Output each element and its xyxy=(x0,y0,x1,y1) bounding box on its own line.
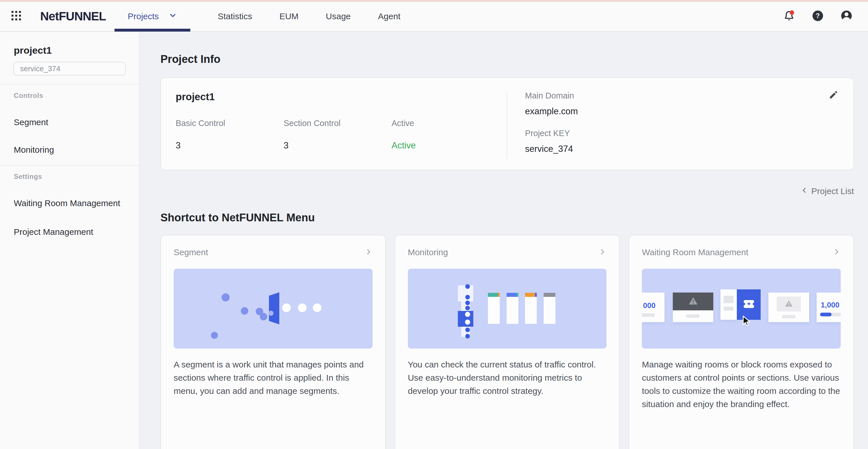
account-button[interactable] xyxy=(840,10,852,22)
monitor-bar xyxy=(544,293,555,324)
detail-project-key: Project KEY service_374 xyxy=(525,129,854,154)
sidebar-project-name: project1 xyxy=(14,45,139,56)
block-room-thumb xyxy=(673,293,713,322)
project-key-field[interactable]: service_374 xyxy=(13,62,126,76)
stat-label: Active xyxy=(392,119,499,128)
sidebar-item-waiting-room[interactable]: Waiting Room Management xyxy=(14,198,139,208)
main-content: Project Info project1 Basic Control 3 Se… xyxy=(141,32,868,449)
tab-eum[interactable]: EUM xyxy=(279,11,299,21)
sidebar-divider xyxy=(0,165,139,166)
stat-label: Section Control xyxy=(284,119,392,128)
bell-icon xyxy=(783,10,795,23)
main-nav: Projects Statistics EUM Usage Agent xyxy=(115,2,400,31)
help-button[interactable]: ? xyxy=(812,10,824,22)
sidebar-item-monitoring[interactable]: Monitoring xyxy=(14,145,139,155)
stat-value: 3 xyxy=(176,140,284,151)
edit-project-button[interactable] xyxy=(828,90,839,101)
detail-label: Main Domain xyxy=(525,91,854,100)
stat-value: 3 xyxy=(284,140,392,151)
shortcut-card-waiting-room[interactable]: Waiting Room Management 000 xyxy=(629,235,854,449)
monitor-bar xyxy=(507,293,518,324)
project-key-value: service_374 xyxy=(20,64,60,73)
detail-value: service_374 xyxy=(525,144,854,154)
project-list-row: Project List xyxy=(160,186,854,196)
project-details: Main Domain example.com Project KEY serv… xyxy=(507,78,854,170)
notifications-button[interactable] xyxy=(783,10,795,22)
chevron-down-icon xyxy=(168,11,177,22)
waiting-room-thumb: 1,000 xyxy=(817,293,841,322)
header-actions: ? xyxy=(783,10,852,22)
project-stats: Basic Control 3 Section Control 3 Active… xyxy=(176,119,507,151)
netfunnel-logo: NetFUNNEL xyxy=(40,9,106,23)
ticket-icon xyxy=(743,300,754,309)
segment-illustration xyxy=(174,269,373,349)
warning-triangle-icon xyxy=(689,297,698,306)
detail-label: Project KEY xyxy=(525,129,854,138)
shortcut-card-monitoring[interactable]: Monitoring xyxy=(395,235,620,449)
pencil-icon xyxy=(829,90,838,101)
shortcut-section-title: Shortcut to NetFUNNEL Menu xyxy=(160,212,854,224)
project-list-label: Project List xyxy=(811,186,854,196)
chevron-right-icon[interactable] xyxy=(833,248,841,257)
tab-agent[interactable]: Agent xyxy=(378,11,400,21)
mouse-cursor-icon xyxy=(739,315,753,329)
tab-projects[interactable]: Projects xyxy=(115,2,190,31)
app-launcher-button[interactable] xyxy=(11,11,21,21)
card-description: Manage waiting rooms or block rooms expo… xyxy=(642,358,841,411)
card-header: Monitoring xyxy=(408,247,607,257)
stat-section-control: Section Control 3 xyxy=(284,119,392,151)
active-tab-underline xyxy=(115,29,190,32)
warning-triangle-icon xyxy=(785,300,793,308)
chevron-right-icon[interactable] xyxy=(598,248,607,257)
project-info-card: project1 Basic Control 3 Section Control… xyxy=(160,77,854,170)
card-title: Waiting Room Management xyxy=(642,247,748,257)
monitoring-illustration xyxy=(408,269,607,349)
waiting-room-thumb xyxy=(720,289,737,320)
sidebar-divider xyxy=(0,84,139,85)
card-title: Monitoring xyxy=(408,247,448,257)
monitor-bar xyxy=(525,293,537,324)
project-sidebar: project1 service_374 Controls Segment Mo… xyxy=(0,32,140,449)
settings-section-label: Settings xyxy=(14,173,139,181)
waiting-room-thumb xyxy=(768,293,809,322)
page-title: Project Info xyxy=(160,53,854,65)
account-icon xyxy=(840,10,852,23)
chevron-right-icon[interactable] xyxy=(365,248,373,257)
netfunnel-app: NetFUNNEL Projects Statistics EUM Usage … xyxy=(0,0,868,449)
detail-main-domain: Main Domain example.com xyxy=(525,91,854,117)
detail-value: example.com xyxy=(525,106,854,117)
grid-icon xyxy=(11,11,21,22)
stat-label: Basic Control xyxy=(176,119,284,128)
card-header: Waiting Room Management xyxy=(642,247,841,257)
tab-statistics[interactable]: Statistics xyxy=(218,11,252,21)
tab-projects-label: Projects xyxy=(128,11,159,21)
shortcut-cards: Segment A segment is xyxy=(160,235,854,449)
card-description: You can check the current status of traf… xyxy=(408,358,607,398)
card-title: Segment xyxy=(174,247,208,257)
svg-text:?: ? xyxy=(816,12,820,20)
status-badge: Active xyxy=(392,140,499,151)
waiting-room-illustration: 000 xyxy=(642,269,841,349)
help-icon: ? xyxy=(812,10,824,23)
tab-usage[interactable]: Usage xyxy=(326,11,351,21)
top-navigation-bar: NetFUNNEL Projects Statistics EUM Usage … xyxy=(0,2,868,32)
card-description: A segment is a work unit that manages po… xyxy=(174,358,373,398)
sidebar-item-segment[interactable]: Segment xyxy=(14,117,139,127)
monitor-bar xyxy=(488,293,500,324)
door-shape xyxy=(269,292,279,324)
project-name: project1 xyxy=(176,91,507,102)
card-header: Segment xyxy=(174,247,373,257)
project-list-link[interactable]: Project List xyxy=(801,186,854,196)
controls-section-label: Controls xyxy=(14,92,139,100)
sidebar-item-project-management[interactable]: Project Management xyxy=(14,227,139,237)
stat-basic-control: Basic Control 3 xyxy=(176,119,284,151)
project-summary: project1 Basic Control 3 Section Control… xyxy=(161,78,507,170)
chevron-left-icon xyxy=(801,186,808,196)
shortcut-card-segment[interactable]: Segment A segment is xyxy=(160,235,386,449)
waiting-room-thumb: 000 xyxy=(642,293,664,322)
stat-active: Active Active xyxy=(392,119,499,151)
